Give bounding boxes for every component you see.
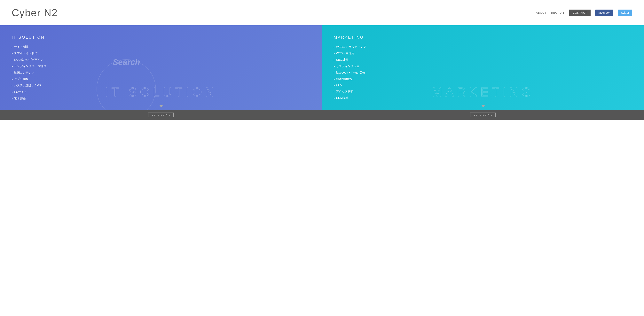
it-panel-content: IT SOLUTION サイト制作 スマホサイト制作 レスポンシブデザイン ラン…: [12, 35, 310, 100]
twitter-link[interactable]: twitter: [618, 10, 632, 16]
list-item[interactable]: SNS運用代行: [334, 77, 632, 81]
it-more-detail-button[interactable]: MORE DETAIL: [148, 112, 174, 117]
list-item[interactable]: アプリ開発: [12, 77, 310, 81]
marketing-down-arrow: [481, 105, 485, 107]
it-solution-title: IT SOLUTION: [12, 35, 310, 40]
list-item[interactable]: スマホサイト制作: [12, 52, 310, 55]
list-item[interactable]: レスポンシブデザイン: [12, 58, 310, 62]
list-item[interactable]: WEBコンサルティング: [334, 45, 632, 49]
facebook-link[interactable]: facebook: [595, 10, 614, 16]
list-item[interactable]: facebook・Twitter広告: [334, 71, 632, 74]
list-item[interactable]: WEB広告運用: [334, 52, 632, 55]
list-item[interactable]: 動画コンテンツ: [12, 71, 310, 74]
list-item[interactable]: アクセス解析: [334, 90, 632, 94]
marketing-panel-content: MARKETING WEBコンサルティング WEB広告運用 SEO対策 リスティ…: [334, 35, 632, 100]
it-solution-panel: IT SOLUTION サイト制作 スマホサイト制作 レスポンシブデザイン ラン…: [0, 25, 322, 110]
it-more-detail-section: MORE DETAIL: [0, 110, 322, 120]
list-item[interactable]: 電子書籍: [12, 96, 310, 100]
marketing-panel: MARKETING WEBコンサルティング WEB広告運用 SEO対策 リスティ…: [322, 25, 644, 110]
list-item[interactable]: システム開発、CMS: [12, 84, 310, 88]
list-item[interactable]: ランディングページ制作: [12, 64, 310, 68]
about-link[interactable]: ABOUT: [536, 11, 546, 14]
recruit-link[interactable]: RECRUIT: [551, 11, 564, 14]
list-item[interactable]: CRM構築: [334, 96, 632, 100]
contact-link[interactable]: CONTACT: [569, 10, 591, 16]
site-header: Cyber N2 ABOUT RECRUIT CONTACT facebook …: [0, 0, 644, 25]
list-item[interactable]: ECサイト: [12, 90, 310, 94]
it-solution-down-arrow: [159, 105, 163, 107]
list-item[interactable]: サイト制作: [12, 45, 310, 49]
list-item[interactable]: SEO対策: [334, 58, 632, 62]
more-detail-bar: MORE DETAIL MORE DETAIL: [0, 110, 644, 120]
list-item[interactable]: LPO: [334, 84, 632, 87]
list-item[interactable]: リスティング広告: [334, 64, 632, 68]
main-nav: ABOUT RECRUIT CONTACT facebook twitter: [536, 10, 632, 16]
it-solution-menu: サイト制作 スマホサイト制作 レスポンシブデザイン ランディングページ制作 動画…: [12, 45, 310, 100]
marketing-menu: WEBコンサルティング WEB広告運用 SEO対策 リスティング広告 faceb…: [334, 45, 632, 100]
site-logo: Cyber N2: [12, 7, 58, 18]
marketing-title: MARKETING: [334, 35, 632, 40]
marketing-more-detail-button[interactable]: MORE DETAIL: [470, 112, 496, 117]
main-panels: IT SOLUTION サイト制作 スマホサイト制作 レスポンシブデザイン ラン…: [0, 25, 644, 110]
marketing-more-detail-section: MORE DETAIL: [322, 110, 644, 120]
